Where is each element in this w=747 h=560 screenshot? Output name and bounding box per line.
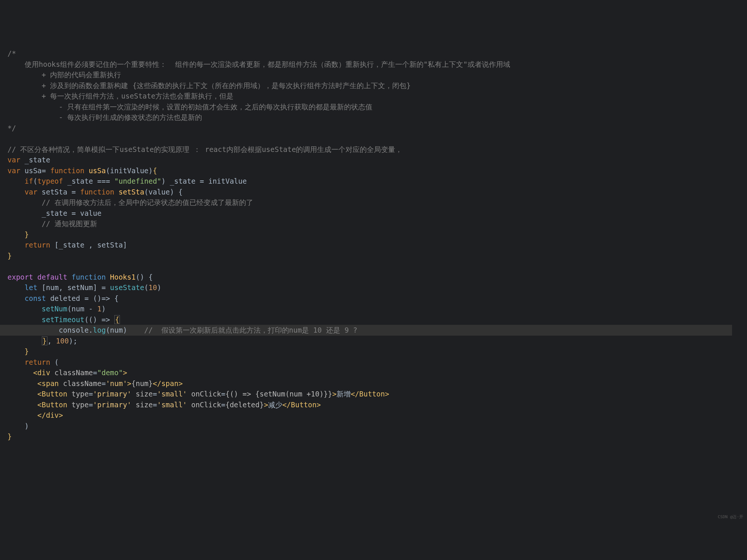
function-name: usSa: [84, 167, 106, 175]
brace: }: [25, 347, 29, 355]
keyword-return: return: [25, 241, 50, 249]
keyword-function: function: [80, 188, 114, 196]
function-name: setSta: [114, 188, 144, 196]
highlighted-line: console.log(num) // 假设第一次刷新后就点击此方法，打印的nu…: [0, 325, 732, 336]
identifier: _state: [20, 156, 50, 164]
keyword-function: function: [50, 167, 84, 175]
identifier: setSta =: [37, 188, 80, 196]
jsx-expr: {() => {setNum(num +10)}}: [225, 390, 332, 398]
keyword-var: var: [7, 167, 20, 175]
keyword-if: if: [25, 177, 33, 185]
keyword-function: function: [67, 273, 106, 281]
jsx-tag: Button: [42, 401, 68, 409]
console: console: [59, 326, 89, 334]
comment-line: - 每次执行时生成的修改状态的方法也是新的: [7, 113, 202, 121]
jsx-attr: size: [131, 390, 153, 398]
jsx-expr: {num}: [131, 379, 153, 388]
keyword-typeof: typeof: [37, 177, 63, 185]
jsx-attr: onClick: [187, 390, 221, 398]
identifier: usSa: [20, 167, 41, 175]
expr: (num -: [67, 305, 97, 313]
comment-line: - 只有在组件第一次渲染的时候，设置的初始值才会生效，之后的每次执行获取的都是最…: [7, 103, 372, 111]
number: 1: [97, 305, 101, 313]
jsx-tag: div: [37, 368, 50, 377]
log: log: [93, 326, 106, 334]
function-name: Hooks1: [106, 273, 136, 281]
keyword-default: default: [33, 273, 68, 281]
brace: }: [42, 336, 47, 345]
comment-line: // 不区分各种情况，简单模拟一下useState的实现原理 ： react内部…: [7, 145, 402, 153]
code-editor: /* 使用hooks组件必须要记住的一个重要特性： 组件的每一次渲染或者更新，都…: [7, 48, 740, 442]
operator: ===: [97, 177, 114, 185]
params: (value) {: [144, 188, 183, 196]
jsx-attr: className: [50, 368, 93, 377]
comment-line: // 假设第一次刷新后就点击此方法，打印的num是 10 还是 9 ?: [144, 326, 357, 334]
operator: =: [42, 167, 50, 175]
jsx-tag: Button: [42, 390, 68, 398]
string: 'num': [106, 379, 127, 388]
comment-block-start: /*: [7, 49, 16, 57]
brace: {: [153, 167, 157, 175]
jsx-tag: span: [42, 379, 59, 388]
jsx-attr: onClick: [187, 401, 221, 409]
jsx-tag: span: [161, 379, 179, 388]
jsx-attr: size: [131, 401, 153, 409]
string: 'small': [157, 390, 187, 398]
jsx-attr: type: [67, 401, 89, 409]
comment-line: + 内部的代码会重新执行: [7, 71, 121, 79]
function-call: setTimeout: [42, 315, 84, 324]
brace: }: [7, 252, 12, 260]
watermark: CSDN @迈·开: [718, 514, 743, 520]
paren: (: [50, 358, 59, 366]
jsx-attr: className: [59, 379, 101, 388]
keyword-var: var: [7, 156, 20, 164]
arrow: (() =>: [84, 315, 114, 324]
comment-line: // 在调用修改方法后，全局中的记录状态的值已经变成了最新的了: [42, 198, 253, 206]
comment-line: // 通知视图更新: [42, 220, 97, 228]
brace: }: [7, 432, 12, 441]
keyword-return: return: [25, 358, 50, 366]
string: 'small': [157, 401, 187, 409]
keyword-let: let: [25, 283, 37, 292]
string: 'primary': [93, 390, 131, 398]
jsx-tag: Button: [291, 401, 317, 409]
function-call: setNum: [42, 305, 68, 313]
jsx-text: 新增: [337, 390, 351, 398]
destructure: [num, setNum] =: [37, 283, 110, 292]
paren: ): [25, 422, 29, 430]
comment-line: + 涉及到的函数会重新构建 {这些函数的执行上下文（所在的作用域），是每次执行组…: [7, 81, 411, 90]
brace: }: [25, 230, 29, 239]
number: 10: [149, 283, 157, 292]
assignment: _state = initValue: [165, 177, 247, 185]
arg: (num): [106, 326, 127, 334]
comment-block-end: */: [7, 124, 16, 132]
jsx-tag: div: [46, 411, 59, 419]
comment-line: 使用hooks组件必须要记住的一个重要特性： 组件的每一次渲染或者更新，都是那组…: [7, 60, 510, 68]
arrow-fn: = ()=> {: [84, 294, 119, 302]
array: [_state , setSta]: [50, 241, 127, 249]
function-call: useState: [110, 283, 145, 292]
brace: {: [114, 315, 120, 324]
identifier: _state: [63, 177, 97, 185]
comment-line: + 每一次执行组件方法，useState方法也会重新执行，但是: [7, 92, 233, 100]
jsx-tag: Button: [359, 390, 385, 398]
string: "undefined": [114, 177, 161, 185]
keyword-const: const: [25, 294, 46, 302]
assignment: _state = value: [42, 209, 102, 217]
identifier: deleted: [46, 294, 84, 302]
jsx-text: 减少: [268, 401, 282, 409]
string: "demo": [97, 368, 123, 377]
keyword-var: var: [25, 188, 37, 196]
jsx-attr: type: [67, 390, 89, 398]
number: 100: [56, 337, 69, 345]
keyword-export: export: [7, 273, 33, 281]
params: () {: [136, 273, 153, 281]
string: 'primary': [93, 401, 131, 409]
jsx-expr: {deleted}: [225, 401, 264, 409]
params: (initValue): [106, 167, 153, 175]
